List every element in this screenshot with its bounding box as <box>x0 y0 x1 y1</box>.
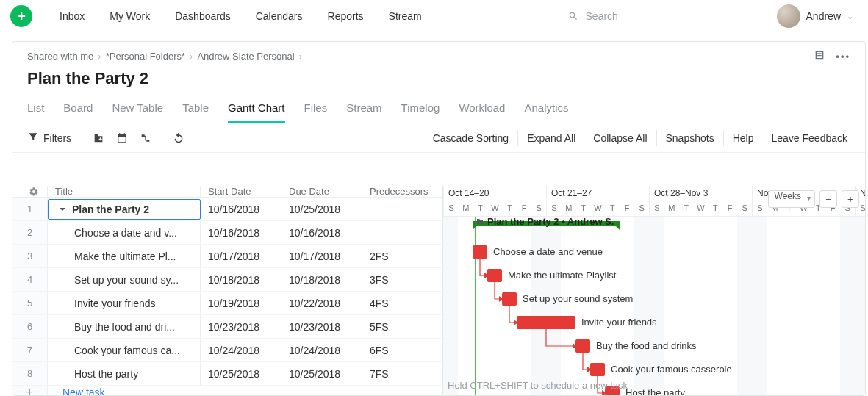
view-tabs: List Board New Table Table Gantt Chart F… <box>12 98 865 123</box>
task-bar[interactable] <box>590 363 605 376</box>
row-start[interactable]: 10/19/2018 <box>201 292 281 314</box>
user-menu[interactable]: Andrew ⌄ <box>777 4 858 28</box>
col-pred[interactable]: Predecessors <box>362 186 442 197</box>
table-row[interactable]: 2Choose a date and v...10/16/201810/16/2… <box>12 221 442 245</box>
expand-all-button[interactable]: Expand All <box>518 129 584 147</box>
folder-add-icon[interactable] <box>87 129 110 147</box>
row-title-cell[interactable]: Make the ultimate Pl... <box>48 245 201 267</box>
task-bar[interactable] <box>502 292 517 306</box>
collapse-all-button[interactable]: Collapse All <box>584 129 656 147</box>
row-pred[interactable]: 5FS <box>362 315 442 338</box>
undo-icon[interactable] <box>167 129 190 147</box>
row-title-cell[interactable]: Set up your sound sy... <box>48 268 201 291</box>
tab-list[interactable]: List <box>27 98 44 123</box>
filters-button[interactable]: Filters <box>21 128 77 148</box>
row-title-cell[interactable]: Buy the food and dri... <box>48 315 201 338</box>
crumb-andrew-personal[interactable]: Andrew Slate Personal <box>197 51 294 62</box>
row-due[interactable]: 10/25/2018 <box>281 198 362 220</box>
task-bar[interactable] <box>473 245 487 259</box>
grid-settings-icon[interactable] <box>12 186 48 197</box>
table-row[interactable]: 8Host the party10/25/201810/25/20187FS <box>12 362 442 386</box>
row-pred[interactable]: 6FS <box>362 339 442 361</box>
feedback-button[interactable]: Leave Feedback <box>762 129 856 147</box>
tab-timelog[interactable]: Timelog <box>401 98 440 123</box>
tab-workload[interactable]: Workload <box>459 98 505 123</box>
week-header: Oct 21–27SMTWTFS <box>546 186 649 217</box>
tab-stream[interactable]: Stream <box>346 98 381 123</box>
row-due[interactable]: 10/17/2018 <box>281 245 362 267</box>
tab-table[interactable]: Table <box>182 98 209 123</box>
calendar-icon[interactable] <box>110 129 134 147</box>
page-title: Plan the Party 2 <box>12 66 865 98</box>
help-button[interactable]: Help <box>724 129 763 147</box>
row-pred[interactable]: 3FS <box>362 268 442 291</box>
search-input[interactable] <box>584 10 759 23</box>
new-task-row[interactable]: + New task <box>12 386 442 395</box>
tab-analytics[interactable]: Analytics <box>524 98 568 123</box>
tab-files[interactable]: Files <box>304 98 328 123</box>
table-row[interactable]: 4Set up your sound sy...10/18/201810/18/… <box>12 268 442 292</box>
row-start[interactable]: 10/16/2018 <box>201 221 281 244</box>
row-title-cell[interactable]: Choose a date and v... <box>48 221 201 244</box>
row-pred[interactable] <box>362 221 442 244</box>
task-bar[interactable] <box>487 269 502 282</box>
more-icon[interactable]: ••• <box>836 51 850 62</box>
nav-mywork[interactable]: My Work <box>97 10 162 22</box>
content-card: Shared with me› *Personal Folders*› Andr… <box>12 41 866 396</box>
row-due[interactable]: 10/23/2018 <box>281 315 362 338</box>
row-title-cell[interactable]: Invite your friends <box>48 292 201 314</box>
new-task-label[interactable]: New task <box>48 386 105 395</box>
row-pred[interactable]: 7FS <box>362 362 442 385</box>
nav-inbox[interactable]: Inbox <box>47 10 97 22</box>
add-button[interactable]: + <box>10 5 32 27</box>
row-start[interactable]: 10/25/2018 <box>201 362 281 385</box>
nav-calendars[interactable]: Calendars <box>243 10 315 22</box>
crumb-personal-folders[interactable]: *Personal Folders* <box>106 51 185 62</box>
nav-stream[interactable]: Stream <box>376 10 434 22</box>
table-row[interactable]: 6Buy the food and dri...10/23/201810/23/… <box>12 315 442 339</box>
table-row[interactable]: 3Make the ultimate Pl...10/17/201810/17/… <box>12 245 442 268</box>
row-due[interactable]: 10/18/2018 <box>281 268 362 291</box>
row-pred[interactable] <box>362 198 442 220</box>
table-row[interactable]: 7Cook your famous ca...10/24/201810/24/2… <box>12 339 442 362</box>
col-start[interactable]: Start Date <box>201 186 281 197</box>
gantt-canvas[interactable]: Plan the Party 2 • Andrew S.Choose a dat… <box>443 217 865 395</box>
table-row[interactable]: 1Plan the Party 210/16/201810/25/2018 <box>12 198 442 221</box>
row-due[interactable]: 10/22/2018 <box>281 292 362 314</box>
row-title: Invite your friends <box>74 298 156 309</box>
row-start[interactable]: 10/17/2018 <box>201 245 281 267</box>
search-box[interactable] <box>568 7 759 26</box>
crumb-shared[interactable]: Shared with me <box>27 51 93 62</box>
task-bar[interactable] <box>575 339 590 353</box>
row-due[interactable]: 10/16/2018 <box>281 221 362 244</box>
row-pred[interactable]: 4FS <box>362 292 442 314</box>
row-title: Plan the Party 2 <box>72 204 149 215</box>
row-due[interactable]: 10/25/2018 <box>281 362 362 385</box>
row-start[interactable]: 10/24/2018 <box>201 339 281 361</box>
row-title-cell[interactable]: Host the party <box>48 362 201 385</box>
tab-gantt[interactable]: Gantt Chart <box>228 98 285 123</box>
nav-dashboards[interactable]: Dashboards <box>162 10 243 22</box>
zoom-in-button[interactable]: + <box>842 190 859 208</box>
row-start[interactable]: 10/23/2018 <box>201 315 281 338</box>
tab-board[interactable]: Board <box>63 98 93 123</box>
snapshots-button[interactable]: Snapshots <box>657 129 723 147</box>
dependencies-icon[interactable] <box>134 129 157 147</box>
col-due[interactable]: Due Date <box>281 186 362 197</box>
row-due[interactable]: 10/24/2018 <box>281 339 362 361</box>
cascade-sorting-button[interactable]: Cascade Sorting <box>424 129 518 147</box>
row-pred[interactable]: 2FS <box>362 245 442 267</box>
row-title-cell[interactable]: Cook your famous ca... <box>48 339 201 361</box>
table-row[interactable]: 5Invite your friends10/19/201810/22/2018… <box>12 292 442 315</box>
info-panel-icon[interactable] <box>814 49 825 63</box>
tab-new-table[interactable]: New Table <box>112 98 163 123</box>
col-title[interactable]: Title <box>48 186 201 197</box>
row-title-cell[interactable]: Plan the Party 2 <box>48 199 201 220</box>
zoom-out-button[interactable]: − <box>819 190 837 208</box>
task-bar[interactable] <box>517 316 575 329</box>
row-start[interactable]: 10/18/2018 <box>201 268 281 291</box>
nav-reports[interactable]: Reports <box>315 10 376 22</box>
gantt-chart[interactable]: Oct 14–20SMTWTFSOct 21–27SMTWTFSOct 28–N… <box>443 186 865 395</box>
zoom-select[interactable]: Weeks <box>768 190 815 208</box>
row-start[interactable]: 10/16/2018 <box>201 198 281 220</box>
